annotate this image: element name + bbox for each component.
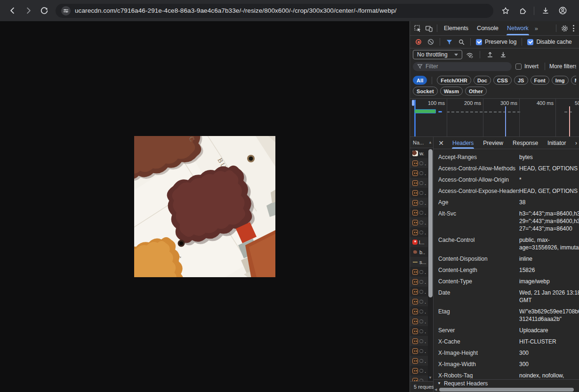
request-row[interactable]: l... [410,237,428,247]
request-row[interactable]: . [410,296,428,306]
request-row[interactable]: . [410,208,428,217]
script-request-icon [412,160,418,166]
request-row[interactable]: b.. [410,247,428,257]
request-headers-section[interactable]: ▼ Request Headers [434,379,579,387]
request-row[interactable]: s... [410,257,428,267]
name-column-header[interactable]: Na... ▲ [410,137,433,148]
export-har-icon[interactable] [498,49,509,60]
tab-console[interactable]: Console [473,21,503,35]
chip-media[interactable]: Media [571,76,576,85]
request-row[interactable]: . [410,326,428,336]
devtools-menu-icon[interactable] [570,25,577,32]
chip-js[interactable]: JS [514,76,528,85]
tab-initiator[interactable]: Initiator [543,137,571,149]
chip-socket[interactable]: Socket [413,87,438,96]
horizontal-scrollbar[interactable]: ◀ [434,387,579,392]
import-har-icon[interactable] [484,49,496,60]
gear-glyph-icon [419,201,423,205]
script-request-icon [412,180,418,186]
tab-headers[interactable]: Headers [448,137,478,149]
scroll-down-icon[interactable]: ▼ [428,376,432,380]
chip-other[interactable]: Other [465,87,487,96]
network-overview-timeline[interactable]: 100 ms200 ms300 ms400 ms500 ms [410,99,579,137]
chip-css[interactable]: CSS [493,76,512,85]
more-tabs-icon[interactable]: » [533,25,540,32]
chip-doc[interactable]: Doc [474,76,491,85]
chip-fetch-xhr[interactable]: Fetch/XHR [437,76,471,85]
request-row[interactable]: . [410,366,428,376]
divider [545,63,545,70]
tab-preview[interactable]: Preview [478,137,508,149]
preserve-log-checkbox[interactable]: Preserve log [474,39,518,45]
request-row[interactable]: . [410,158,428,168]
disable-cache-checkbox[interactable]: Disable cache [525,39,573,45]
invert-checkbox[interactable]: Invert [514,63,540,70]
extensions-icon[interactable] [515,3,530,18]
tab-elements[interactable]: Elements [440,21,473,35]
settings-gear-icon[interactable] [559,23,570,34]
filter-icon[interactable] [443,36,455,48]
device-toolbar-icon[interactable] [423,23,434,34]
header-value: public, max- age=31556926, immutable [519,236,579,251]
scroll-left-icon[interactable]: ◀ [434,388,437,392]
record-network-icon[interactable] [413,36,424,48]
script-request-icon [412,190,418,196]
chip-font[interactable]: Font [531,76,549,85]
network-conditions-icon[interactable] [464,49,475,60]
request-row[interactable]: . [410,168,428,178]
request-row[interactable]: . [410,306,428,316]
reload-icon[interactable] [37,3,52,18]
close-details-icon[interactable]: ✕ [436,138,446,148]
search-icon[interactable] [456,36,467,48]
header-row: EtagW/"e3b629c59ee1708b6 312411d6aaa2b" [438,306,579,325]
hscrollbar-thumb[interactable] [439,388,574,392]
chip-img[interactable]: Img [552,76,569,85]
header-value: h3=":443";ma=86400,h3- 29=":443";ma=8640… [519,210,579,232]
tab-network[interactable]: Network [503,21,533,35]
timeline-tick-label: 300 ms [500,100,517,106]
divider [437,24,437,32]
timeline-gridline [483,99,483,136]
profile-avatar-icon[interactable] [555,3,570,18]
chip-all[interactable]: All [413,76,427,85]
scroll-up-icon[interactable]: ▲ [428,140,432,144]
tab-response[interactable]: Response [508,137,543,149]
header-name: Date [438,289,519,304]
request-row[interactable]: . [410,336,428,346]
clear-network-icon[interactable] [425,36,436,48]
script-request-icon [412,269,418,275]
downloads-icon[interactable] [538,3,553,18]
request-row[interactable]: . [410,227,428,237]
more-detail-tabs-icon[interactable]: › [575,139,578,146]
back-icon[interactable] [5,3,20,18]
site-info-icon[interactable] [61,6,71,16]
throttling-select[interactable]: No throttling [413,50,462,59]
request-row[interactable]: w. [410,148,428,158]
request-row[interactable]: . [410,217,428,227]
request-row[interactable]: . [410,277,428,287]
bookmark-star-icon[interactable] [498,3,513,18]
browser-window: ucarecdn.com/c7916a46-291e-4ce8-86a3-9ae… [0,0,579,392]
header-name: X-Robots-Tag [438,372,519,378]
divider [480,51,480,58]
address-bar[interactable]: ucarecdn.com/c7916a46-291e-4ce8-86a3-9ae… [56,4,493,18]
filter-input[interactable]: Filter [413,62,512,71]
load-event-marker [569,106,570,136]
request-row[interactable]: . [410,287,428,296]
forward-icon[interactable] [21,3,36,18]
request-row[interactable]: . [410,316,428,326]
header-name: Access-Control-Allow-Origin [438,176,519,184]
chip-wasm[interactable]: Wasm [440,87,463,96]
timeline-gridline [555,99,556,136]
inspect-element-icon[interactable] [412,23,423,34]
request-row[interactable]: . [410,267,428,277]
collapse-triangle-icon[interactable]: ▼ [437,381,441,385]
more-filters-button[interactable]: More filters [549,63,576,70]
request-row[interactable]: . [410,356,428,366]
request-row[interactable]: . [410,346,428,356]
request-row[interactable]: . [410,178,428,188]
request-row[interactable]: . [410,198,428,208]
scrollbar-thumb[interactable] [428,149,433,297]
request-row[interactable]: . [410,188,428,198]
request-row[interactable]: . [410,376,428,381]
